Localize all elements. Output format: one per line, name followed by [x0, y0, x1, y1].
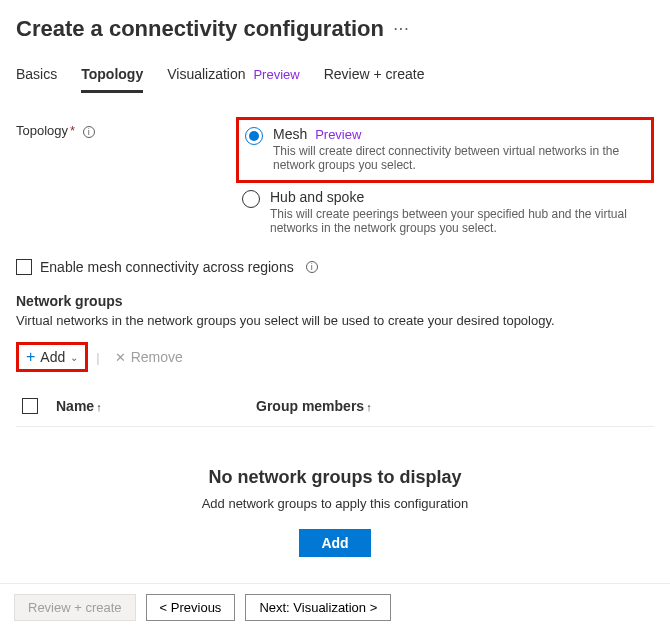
topology-label-text: Topology — [16, 123, 68, 138]
table-header: Name↑ Group members↑ — [16, 390, 654, 427]
preview-badge: Preview — [315, 127, 361, 142]
sort-up-icon: ↑ — [96, 401, 102, 413]
empty-title: No network groups to display — [16, 467, 654, 488]
radio-option-mesh[interactable]: Mesh Preview This will create direct con… — [236, 117, 654, 183]
chevron-down-icon: ⌄ — [70, 352, 78, 363]
network-groups-heading: Network groups — [16, 293, 654, 309]
select-all-checkbox[interactable] — [22, 398, 38, 414]
col-name[interactable]: Name↑ — [56, 398, 246, 414]
page-title: Create a connectivity configuration — [16, 16, 384, 42]
tab-bar: Basics Topology Visualization Preview Re… — [16, 60, 654, 93]
radio-icon — [242, 190, 260, 208]
close-icon: ✕ — [115, 350, 126, 365]
info-icon[interactable]: i — [83, 126, 95, 138]
hubspoke-title: Hub and spoke — [270, 189, 648, 205]
tab-visualization-label: Visualization — [167, 66, 245, 82]
more-icon[interactable]: ··· — [394, 22, 410, 36]
hubspoke-desc: This will create peerings between your s… — [270, 207, 648, 235]
radio-icon — [245, 127, 263, 145]
empty-desc: Add network groups to apply this configu… — [16, 496, 654, 511]
topology-label: Topology* i — [16, 117, 236, 138]
required-asterisk: * — [70, 123, 75, 138]
tab-topology[interactable]: Topology — [81, 60, 143, 93]
review-create-button: Review + create — [14, 594, 136, 621]
next-button[interactable]: Next: Visualization > — [245, 594, 391, 621]
mesh-title: Mesh — [273, 126, 307, 142]
tab-basics[interactable]: Basics — [16, 60, 57, 93]
mesh-desc: This will create direct connectivity bet… — [273, 144, 645, 172]
previous-button[interactable]: < Previous — [146, 594, 236, 621]
sort-up-icon: ↑ — [366, 401, 372, 413]
remove-button: ✕ Remove — [108, 346, 190, 368]
col-name-label: Name — [56, 398, 94, 414]
add-label: Add — [40, 349, 65, 365]
mesh-regions-checkbox[interactable] — [16, 259, 32, 275]
plus-icon: + — [26, 348, 35, 366]
tab-visualization[interactable]: Visualization Preview — [167, 60, 300, 93]
network-groups-desc: Virtual networks in the network groups y… — [16, 313, 654, 328]
remove-label: Remove — [131, 349, 183, 365]
empty-add-button[interactable]: Add — [299, 529, 370, 557]
add-button[interactable]: + Add ⌄ — [16, 342, 88, 372]
mesh-regions-label: Enable mesh connectivity across regions — [40, 259, 294, 275]
divider: | — [96, 350, 99, 365]
radio-option-hubspoke[interactable]: Hub and spoke This will create peerings … — [236, 183, 654, 243]
col-members[interactable]: Group members↑ — [256, 398, 648, 414]
col-members-label: Group members — [256, 398, 364, 414]
info-icon[interactable]: i — [306, 261, 318, 273]
preview-badge: Preview — [253, 67, 299, 82]
tab-review[interactable]: Review + create — [324, 60, 425, 93]
